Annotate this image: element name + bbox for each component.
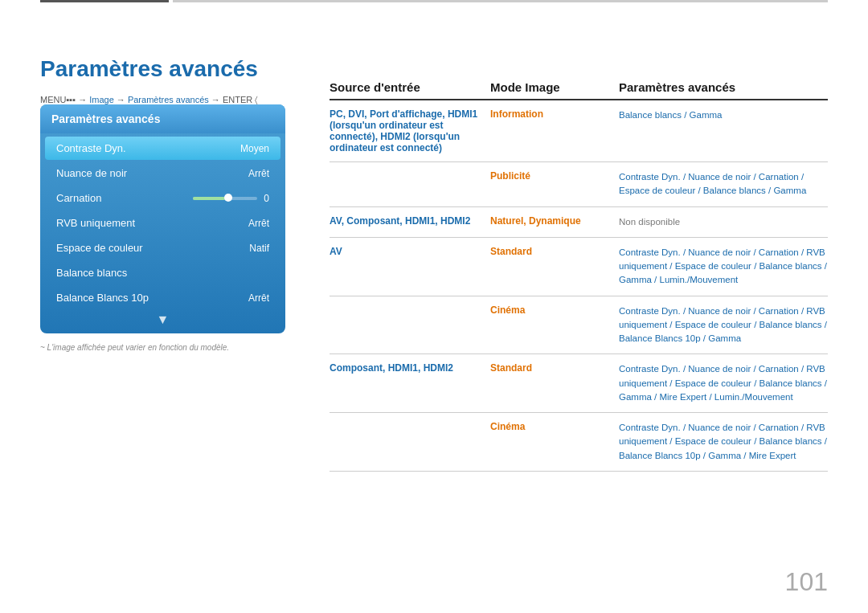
- panel-note: ~ L'image affichée peut varier en foncti…: [40, 343, 285, 352]
- panel-item-value-rvb: Arrêt: [248, 218, 269, 229]
- panel-box: Paramètres avancés Contraste Dyn. Moyen …: [40, 104, 285, 333]
- panel-item-label-rvb: RVB uniquement: [56, 217, 135, 229]
- cell-mode-3: Standard: [490, 246, 619, 257]
- panel-item-label-carnation: Carnation: [56, 192, 101, 204]
- chevron-down-icon: ▼: [40, 313, 285, 327]
- page-title: Paramètres avancés: [40, 56, 828, 82]
- carnation-slider-thumb: [224, 194, 232, 202]
- cell-mode-1: Publicité: [490, 170, 619, 182]
- cell-params-4: Contraste Dyn. / Nuance de noir / Carnat…: [619, 304, 828, 346]
- table-row: Composant, HDMI1, HDMI2 Standard Contras…: [330, 354, 828, 413]
- cell-mode-5: Standard: [490, 362, 619, 374]
- page-number: 101: [785, 567, 828, 597]
- table-header-params: Paramètres avancés: [619, 80, 828, 94]
- breadcrumb-image: Image: [89, 95, 114, 104]
- cell-source-2: AV, Composant, HDMI1, HDMI2: [330, 215, 490, 227]
- cell-source-5: Composant, HDMI1, HDMI2: [330, 362, 490, 374]
- panel-item-value-carnation: 0: [264, 193, 269, 204]
- panel-item-espace[interactable]: Espace de couleur Natif: [45, 236, 280, 260]
- breadcrumb-params: Paramètres avancés: [128, 95, 209, 104]
- cell-mode-2: Naturel, Dynamique: [490, 215, 619, 227]
- cell-params-1: Contraste Dyn. / Nuance de noir / Carnat…: [619, 170, 828, 198]
- panel-item-label-nuance: Nuance de noir: [56, 167, 127, 179]
- table-header-mode: Mode Image: [490, 80, 619, 94]
- page-container: Paramètres avancés MENU▪▪▪ → Image → Par…: [0, 0, 868, 613]
- panel-item-balance[interactable]: Balance blancs: [45, 261, 280, 284]
- carnation-slider-fill: [193, 197, 225, 200]
- cell-source-3: AV: [330, 246, 490, 257]
- carnation-slider-row: 0: [193, 193, 269, 204]
- cell-params-0: Balance blancs / Gamma: [619, 108, 828, 122]
- table-row: Publicité Contraste Dyn. / Nuance de noi…: [330, 162, 828, 207]
- panel-item-label-contraste: Contraste Dyn.: [56, 142, 126, 154]
- panel-item-label-espace: Espace de couleur: [56, 242, 143, 254]
- cell-params-5: Contraste Dyn. / Nuance de noir / Carnat…: [619, 362, 828, 404]
- table-row: Cinéma Contraste Dyn. / Nuance de noir /…: [330, 413, 828, 472]
- table-row: Cinéma Contraste Dyn. / Nuance de noir /…: [330, 296, 828, 355]
- top-line-dark: [40, 0, 169, 2]
- panel-item-label-balance10p: Balance Blancs 10p: [56, 292, 149, 304]
- panel-item-label-balance: Balance blancs: [56, 267, 127, 279]
- table-header-source: Source d'entrée: [330, 80, 490, 94]
- table-row: AV, Composant, HDMI1, HDMI2 Naturel, Dyn…: [330, 207, 828, 238]
- panel-item-balance10p[interactable]: Balance Blancs 10p Arrêt: [45, 286, 280, 309]
- panel-item-value-nuance: Arrêt: [248, 168, 269, 179]
- right-panel: Source d'entrée Mode Image Paramètres av…: [330, 80, 828, 472]
- panel-item-value-espace: Natif: [249, 243, 269, 254]
- panel-header: Paramètres avancés: [40, 104, 285, 133]
- cell-params-6: Contraste Dyn. / Nuance de noir / Carnat…: [619, 421, 828, 463]
- cell-params-2: Non disponible: [619, 215, 828, 229]
- panel-item-value-balance10p: Arrêt: [248, 292, 269, 304]
- carnation-slider-track: [193, 197, 257, 200]
- cell-mode-0: Information: [490, 108, 619, 120]
- table-row: PC, DVI, Port d'affichage, HDMI1 (lorsqu…: [330, 100, 828, 162]
- panel-item-value-contraste: Moyen: [240, 143, 269, 154]
- top-line-light: [173, 0, 828, 2]
- cell-source-0: PC, DVI, Port d'affichage, HDMI1 (lorsqu…: [330, 108, 490, 153]
- panel-item-contraste[interactable]: Contraste Dyn. Moyen: [45, 137, 280, 160]
- cell-mode-6: Cinéma: [490, 421, 619, 432]
- cell-mode-4: Cinéma: [490, 304, 619, 316]
- panel-item-rvb[interactable]: RVB uniquement Arrêt: [45, 211, 280, 235]
- left-panel: Paramètres avancés Contraste Dyn. Moyen …: [40, 104, 285, 352]
- panel-item-carnation[interactable]: Carnation 0: [45, 186, 280, 210]
- panel-item-nuance[interactable]: Nuance de noir Arrêt: [45, 161, 280, 185]
- table-row: AV Standard Contraste Dyn. / Nuance de n…: [330, 238, 828, 296]
- top-decoration: [0, 0, 868, 5]
- table-header: Source d'entrée Mode Image Paramètres av…: [330, 80, 828, 100]
- cell-params-3: Contraste Dyn. / Nuance de noir / Carnat…: [619, 246, 828, 288]
